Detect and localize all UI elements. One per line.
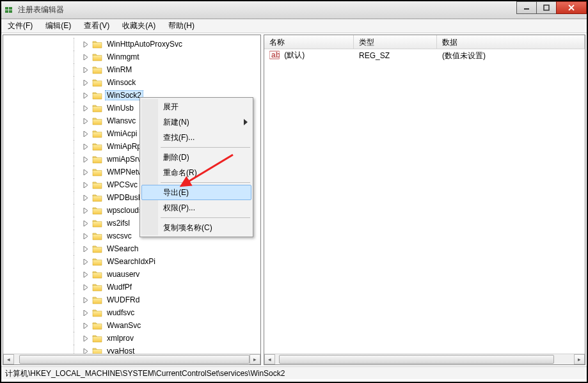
expand-icon[interactable] [83, 220, 90, 227]
folder-icon [92, 231, 102, 240]
context-menu-label: 重命名(R) [163, 168, 197, 178]
value-type: REG_SZ [354, 51, 437, 60]
expand-icon[interactable] [83, 105, 90, 112]
tree-item-label: WinRM [105, 65, 134, 75]
tree-item[interactable]: wudfsvc [3, 306, 260, 319]
svg-rect-1 [9, 7, 12, 10]
context-menu-label: 删除(D) [163, 152, 189, 163]
expand-icon[interactable] [83, 322, 90, 329]
expand-icon[interactable] [83, 130, 90, 137]
folder-icon [92, 257, 102, 266]
tree-item[interactable]: yyaHost [3, 345, 260, 354]
folder-icon [92, 168, 102, 176]
context-menu-item[interactable]: 重命名(R) [141, 165, 251, 180]
folder-icon [92, 40, 102, 49]
context-menu-item[interactable]: 展开 [141, 99, 251, 114]
maximize-button[interactable] [536, 1, 557, 14]
tree-item[interactable]: WudfPf [3, 281, 260, 293]
expand-icon[interactable] [83, 297, 90, 304]
expand-icon[interactable] [83, 118, 90, 125]
status-bar: 计算机\HKEY_LOCAL_MACHINE\SYSTEM\CurrentCon… [1, 366, 587, 379]
tree-item[interactable]: WinRM [3, 63, 260, 76]
tree-item[interactable]: WUDFRd [3, 293, 260, 306]
tree-item-label: WSearchIdxPi [105, 256, 157, 267]
close-button[interactable] [556, 1, 587, 14]
menu-file[interactable]: 文件(F) [1, 19, 39, 33]
scroll-thumb[interactable] [279, 355, 554, 364]
scroll-right-icon[interactable]: ▸ [250, 354, 260, 364]
menu-view[interactable]: 查看(V) [77, 19, 116, 33]
app-icon [4, 5, 14, 15]
list-row[interactable]: ab (默认) REG_SZ (数值未设置) [264, 49, 585, 62]
tree-item[interactable]: wuauserv [3, 268, 260, 281]
folder-icon [92, 104, 102, 113]
tree-item-label: Winsock [105, 77, 138, 88]
context-menu-item[interactable]: 导出(E) [141, 185, 251, 200]
submenu-arrow-icon [244, 118, 248, 127]
tree-item[interactable]: Winmgmt [3, 51, 260, 63]
menu-edit[interactable]: 编辑(E) [39, 19, 77, 33]
context-menu-item[interactable]: 查找(F)... [141, 130, 251, 145]
tree-item[interactable]: Winsock [3, 76, 260, 89]
folder-icon [92, 193, 102, 202]
context-menu: 展开新建(N)查找(F)...删除(D)重命名(R)导出(E)权限(P)...复… [139, 97, 253, 237]
tree-item[interactable]: WinHttpAutoProxySvc [3, 38, 260, 51]
expand-icon[interactable] [83, 284, 90, 291]
tree-item[interactable]: xmlprov [3, 332, 260, 345]
context-menu-label: 导出(E) [163, 187, 189, 198]
expand-icon[interactable] [83, 41, 90, 48]
svg-rect-3 [9, 10, 12, 13]
expand-icon[interactable] [83, 233, 90, 240]
folder-icon [92, 244, 102, 253]
tree-item-label: xmlprov [105, 333, 136, 343]
context-menu-label: 展开 [163, 102, 179, 113]
expand-icon[interactable] [83, 66, 90, 74]
expand-icon[interactable] [83, 207, 90, 214]
context-menu-item[interactable]: 权限(P)... [141, 200, 251, 215]
col-header-type[interactable]: 类型 [354, 35, 437, 49]
svg-rect-5 [544, 5, 549, 10]
expand-icon[interactable] [83, 79, 90, 86]
folder-icon [92, 321, 102, 330]
expand-icon[interactable] [83, 92, 90, 99]
tree-item-label: WinHttpAutoProxySvc [105, 39, 184, 49]
tree-item[interactable]: WSearch [3, 242, 260, 255]
list-hscrollbar[interactable]: ◂ ▸ [264, 354, 585, 364]
context-menu-item[interactable]: 复制项名称(C) [141, 220, 251, 235]
expand-icon[interactable] [83, 258, 90, 265]
expand-icon[interactable] [83, 309, 90, 317]
tree-item-label: Wlansvc [105, 116, 138, 126]
minimize-button[interactable] [516, 1, 537, 14]
expand-icon[interactable] [83, 194, 90, 201]
expand-icon[interactable] [83, 143, 90, 150]
tree-item[interactable]: WSearchIdxPi [3, 255, 260, 268]
scroll-thumb[interactable] [19, 355, 250, 364]
folder-icon [92, 308, 102, 317]
context-menu-item[interactable]: 删除(D) [141, 150, 251, 165]
tree-item[interactable]: WwanSvc [3, 319, 260, 332]
expand-icon[interactable] [83, 156, 90, 163]
tree-item-label: ws2ifsl [105, 218, 132, 228]
tree-item-label: WwanSvc [105, 320, 143, 331]
menu-help[interactable]: 帮助(H) [162, 19, 201, 33]
expand-icon[interactable] [83, 54, 90, 61]
col-header-data[interactable]: 数据 [437, 35, 585, 49]
expand-icon[interactable] [83, 246, 90, 253]
tree-item-label: WmiAcpi [105, 129, 139, 139]
col-header-name[interactable]: 名称 [264, 35, 354, 49]
expand-icon[interactable] [83, 169, 90, 176]
scroll-left-icon[interactable]: ◂ [3, 354, 14, 364]
folder-icon [92, 270, 102, 279]
expand-icon[interactable] [83, 335, 90, 342]
expand-icon[interactable] [83, 271, 90, 278]
tree-hscrollbar[interactable]: ◂ ▸ [3, 354, 260, 364]
context-menu-item[interactable]: 新建(N) [141, 114, 251, 130]
list-header: 名称 类型 数据 [264, 35, 585, 49]
expand-icon[interactable] [83, 182, 90, 189]
menu-favorites[interactable]: 收藏夹(A) [116, 19, 162, 33]
folder-icon [92, 129, 102, 138]
scroll-right-icon[interactable]: ▸ [574, 354, 585, 364]
expand-icon[interactable] [83, 348, 90, 354]
scroll-left-icon[interactable]: ◂ [264, 354, 275, 364]
tree-item-label: wudfsvc [105, 308, 136, 318]
